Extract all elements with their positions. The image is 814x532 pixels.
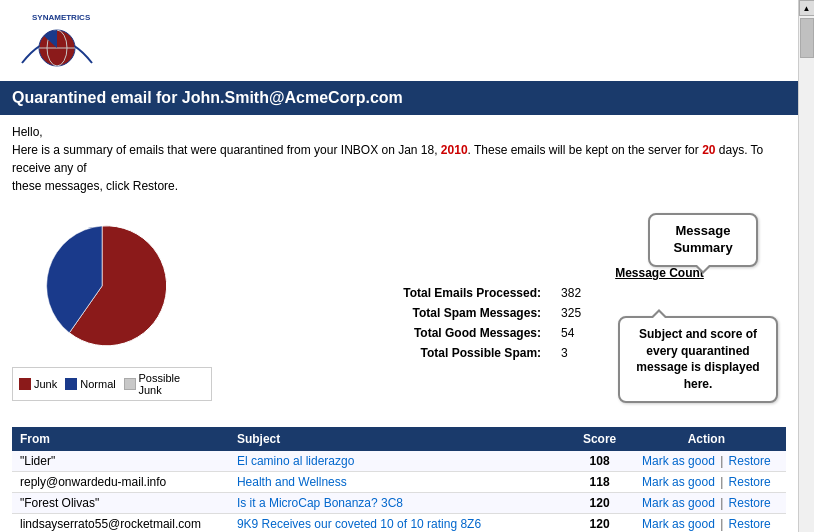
summary-section: Junk Normal Possible Junk Message Coun bbox=[0, 203, 798, 423]
cell-from: lindsayserrato55@rocketmail.com bbox=[12, 514, 229, 533]
col-subject: Subject bbox=[229, 427, 572, 451]
mark-as-good-link[interactable]: Mark as good bbox=[642, 475, 715, 489]
cell-score: 108 bbox=[572, 451, 626, 472]
cell-from: "Lider" bbox=[12, 451, 229, 472]
action-separator: | bbox=[720, 517, 726, 531]
message-summary-callout: MessageSummary bbox=[648, 213, 758, 267]
cell-action: Mark as good | Restore bbox=[627, 472, 786, 493]
intro-line3: these messages, click Restore. bbox=[12, 177, 786, 195]
messages-table: From Subject Score Action "Lider" El cam… bbox=[12, 427, 786, 532]
cell-action: Mark as good | Restore bbox=[627, 493, 786, 514]
legend-possible-junk: Possible Junk bbox=[124, 372, 205, 396]
page-title: Quarantined email for John.Smith@AcmeCor… bbox=[12, 89, 403, 106]
legend-possible-junk-label: Possible Junk bbox=[139, 372, 206, 396]
mark-as-good-link[interactable]: Mark as good bbox=[642, 496, 715, 510]
intro-days: 20 bbox=[702, 143, 715, 157]
table-row: reply@onwardedu-mail.info Health and Wel… bbox=[12, 472, 786, 493]
legend-normal-box bbox=[65, 378, 77, 390]
legend-possible-junk-box bbox=[124, 378, 136, 390]
subject-score-callout: Subject and score ofevery quarantinedmes… bbox=[618, 316, 778, 403]
cell-subject: 9K9 Receives our coveted 10 of 10 rating… bbox=[229, 514, 572, 533]
stats-label: Total Emails Processed: bbox=[232, 283, 553, 303]
restore-link[interactable]: Restore bbox=[729, 454, 771, 468]
intro-year: 2010 bbox=[441, 143, 468, 157]
legend-junk-label: Junk bbox=[34, 378, 57, 390]
cell-action: Mark as good | Restore bbox=[627, 451, 786, 472]
subject-link[interactable]: Is it a MicroCap Bonanza? 3C8 bbox=[237, 496, 403, 510]
scroll-up-arrow[interactable]: ▲ bbox=[799, 0, 815, 16]
table-row: lindsayserrato55@rocketmail.com 9K9 Rece… bbox=[12, 514, 786, 533]
table-row: "Forest Olivas" Is it a MicroCap Bonanza… bbox=[12, 493, 786, 514]
table-row: "Lider" El camino al liderazgo 108 Mark … bbox=[12, 451, 786, 472]
cell-score: 120 bbox=[572, 493, 626, 514]
legend-normal-label: Normal bbox=[80, 378, 115, 390]
mark-as-good-link[interactable]: Mark as good bbox=[642, 517, 715, 531]
pie-chart bbox=[22, 216, 182, 356]
stats-label: Total Good Messages: bbox=[232, 323, 553, 343]
stats-row: Total Emails Processed: 382 bbox=[232, 283, 766, 303]
intro-line1: Hello, bbox=[12, 123, 786, 141]
restore-link[interactable]: Restore bbox=[729, 475, 771, 489]
cell-subject: Health and Wellness bbox=[229, 472, 572, 493]
cell-action: Mark as good | Restore bbox=[627, 514, 786, 533]
messages-section: From Subject Score Action "Lider" El cam… bbox=[0, 423, 798, 532]
logo-area: SYNAMETRICS bbox=[12, 8, 102, 73]
legend-normal: Normal bbox=[65, 378, 115, 390]
pie-legend: Junk Normal Possible Junk bbox=[12, 367, 212, 401]
cell-subject: Is it a MicroCap Bonanza? 3C8 bbox=[229, 493, 572, 514]
mark-as-good-link[interactable]: Mark as good bbox=[642, 454, 715, 468]
action-separator: | bbox=[720, 454, 726, 468]
subject-link[interactable]: 9K9 Receives our coveted 10 of 10 rating… bbox=[237, 517, 481, 531]
cell-score: 120 bbox=[572, 514, 626, 533]
pie-container bbox=[12, 211, 192, 361]
stats-label: Total Possible Spam: bbox=[232, 343, 553, 363]
restore-link[interactable]: Restore bbox=[729, 496, 771, 510]
cell-score: 118 bbox=[572, 472, 626, 493]
action-separator: | bbox=[720, 496, 726, 510]
subject-link[interactable]: El camino al liderazgo bbox=[237, 454, 354, 468]
legend-junk: Junk bbox=[19, 378, 57, 390]
intro-line2: Here is a summary of emails that were qu… bbox=[12, 141, 786, 177]
subject-link[interactable]: Health and Wellness bbox=[237, 475, 347, 489]
synametrics-logo: SYNAMETRICS bbox=[12, 8, 102, 73]
action-separator: | bbox=[720, 475, 726, 489]
col-from: From bbox=[12, 427, 229, 451]
col-action: Action bbox=[627, 427, 786, 451]
scrollbar[interactable]: ▲ ▼ bbox=[798, 0, 814, 532]
cell-from: reply@onwardedu-mail.info bbox=[12, 472, 229, 493]
legend-junk-box bbox=[19, 378, 31, 390]
header: SYNAMETRICS bbox=[0, 0, 798, 81]
cell-subject: El camino al liderazgo bbox=[229, 451, 572, 472]
svg-text:SYNAMETRICS: SYNAMETRICS bbox=[32, 13, 91, 22]
col-score: Score bbox=[572, 427, 626, 451]
title-bar: Quarantined email for John.Smith@AcmeCor… bbox=[0, 81, 798, 115]
pie-chart-area: Junk Normal Possible Junk bbox=[12, 211, 212, 415]
scroll-thumb[interactable] bbox=[800, 18, 814, 58]
cell-from: "Forest Olivas" bbox=[12, 493, 229, 514]
intro-text: Hello, Here is a summary of emails that … bbox=[0, 115, 798, 203]
restore-link[interactable]: Restore bbox=[729, 517, 771, 531]
stats-label: Total Spam Messages: bbox=[232, 303, 553, 323]
